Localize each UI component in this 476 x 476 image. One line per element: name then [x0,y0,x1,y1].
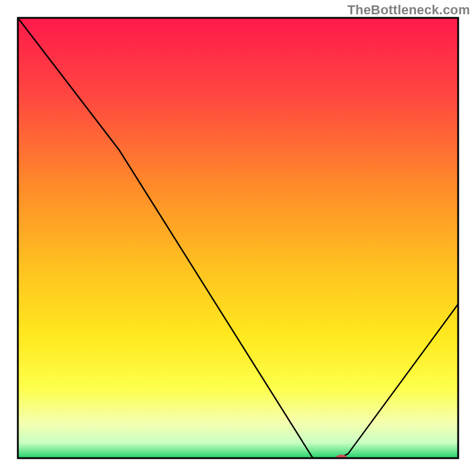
plot-background [18,18,458,458]
bottleneck-chart [0,0,476,476]
watermark-text: TheBottleneck.com [347,2,470,18]
